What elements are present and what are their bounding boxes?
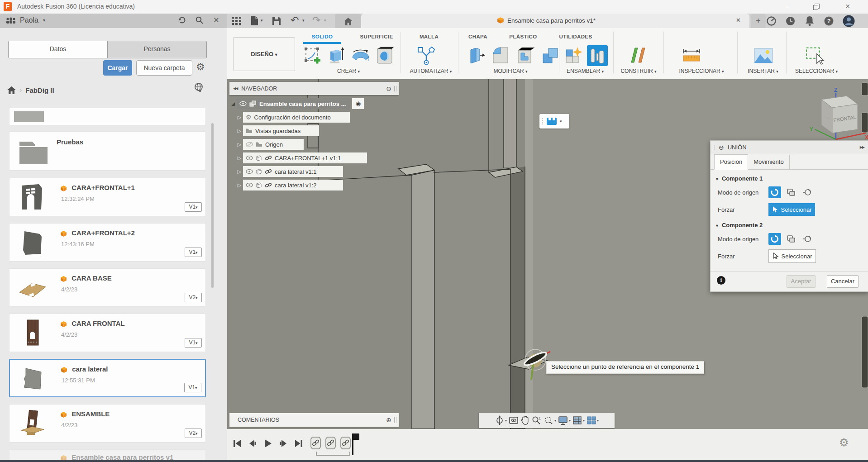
hole-button[interactable] <box>375 45 396 66</box>
select-button[interactable] <box>805 45 825 66</box>
timeline-step-back-button[interactable] <box>246 437 259 450</box>
globe-icon[interactable] <box>194 82 204 92</box>
collapse-left-icon[interactable]: ◀◀ <box>233 86 238 90</box>
timeline-go-end-button[interactable] <box>292 437 305 450</box>
chevron-down-icon[interactable]: ▾ <box>302 18 305 23</box>
timeline-joint-feature[interactable] <box>325 436 336 450</box>
select-component1-button[interactable]: Seleccionar <box>768 203 815 216</box>
upload-button[interactable]: Cargar <box>103 60 132 76</box>
revolve-button[interactable] <box>350 45 371 66</box>
add-circle-icon[interactable]: ⊕ <box>386 416 391 424</box>
ribbon-tab-utilidades[interactable]: UTILIDADES <box>559 34 592 39</box>
timeline-joint-feature[interactable] <box>340 436 351 450</box>
combine-button[interactable] <box>540 45 561 66</box>
group-label-crear[interactable]: CREAR ▾ <box>337 68 360 74</box>
document-tab[interactable]: Ensamble casa para perritos v1* ✕ <box>361 14 749 28</box>
chevron-down-icon[interactable]: ▾ <box>324 18 326 23</box>
ribbon-tab-superficie[interactable]: SUPERFICIE <box>360 34 393 39</box>
list-item[interactable]: CARA FRONTAL 4/2/23 V1▾ <box>9 314 206 352</box>
tree-row[interactable]: ▷ Vistas guardadas <box>229 124 399 138</box>
user-avatar[interactable] <box>843 15 855 27</box>
tree-row[interactable]: ▷ cara lateral v1:1 <box>229 165 399 178</box>
navigator-header[interactable]: ◀◀ NAVEGADOR ⊖ <box>229 82 399 95</box>
file-menu-icon[interactable] <box>251 16 258 25</box>
tab-movimiento[interactable]: Movimiento <box>748 155 789 169</box>
collapse-circle-icon[interactable]: ⊖ <box>386 85 391 92</box>
select-component2-button[interactable]: Seleccionar <box>768 249 816 263</box>
group-label-inspeccionar[interactable]: INSPECCIONAR ▾ <box>679 68 724 74</box>
section-componente1[interactable]: ▼Componente 1 <box>715 175 868 182</box>
help-icon[interactable]: ? <box>824 16 834 26</box>
ribbon-tab-malla[interactable]: MALLA <box>420 34 439 39</box>
shell-button[interactable] <box>515 45 536 66</box>
new-component-button[interactable] <box>563 45 584 66</box>
insert-image-button[interactable] <box>753 45 774 66</box>
version-dropdown[interactable]: V1▾ <box>184 383 201 392</box>
ribbon-tab-chapa[interactable]: CHAPA <box>468 34 487 39</box>
origin-mode-between-button[interactable] <box>801 186 814 198</box>
list-item-folder[interactable]: Pruebas <box>9 131 206 171</box>
cancel-button[interactable]: Cancelar <box>827 275 858 288</box>
app-grid-icon[interactable] <box>232 17 242 25</box>
refresh-button[interactable] <box>176 16 187 26</box>
group-label-ensamblar[interactable]: ENSAMBLAR ▾ <box>567 68 604 74</box>
viewports-tool[interactable]: ▾ <box>587 416 599 425</box>
group-label-insertar[interactable]: INSERTAR ▾ <box>748 68 778 74</box>
extensions-icon[interactable] <box>767 16 776 26</box>
chevron-down-icon[interactable]: ▾ <box>261 18 263 23</box>
collapse-circle-icon[interactable]: ⊖ <box>719 144 724 151</box>
version-dropdown[interactable]: V1▾ <box>185 338 202 348</box>
list-item[interactable]: CARA+FRONTAL+1 12:32:24 PM V1▾ <box>9 178 206 216</box>
list-item-selected[interactable]: cara lateral 12:55:31 PM V1▾ <box>9 359 206 397</box>
version-dropdown[interactable]: V2▾ <box>185 429 202 438</box>
zoom-tool[interactable]: ± <box>531 415 541 425</box>
group-label-construir[interactable]: CONSTRUIR ▾ <box>620 68 656 74</box>
comments-panel[interactable]: COMENTARIOS ⊕ <box>229 413 399 427</box>
origin-mode-between-button[interactable] <box>801 233 814 245</box>
notifications-bell-icon[interactable] <box>805 16 815 26</box>
gear-icon[interactable]: ⚙ <box>196 61 205 73</box>
version-dropdown[interactable]: V1▾ <box>185 202 202 212</box>
ribbon-tab-solido[interactable]: SOLIDO <box>312 34 333 39</box>
origin-mode-set-button[interactable] <box>785 233 797 245</box>
pan-tool[interactable] <box>520 415 529 425</box>
panel-grip[interactable] <box>394 86 396 91</box>
accept-button-disabled[interactable]: Aceptar <box>787 275 816 288</box>
info-icon[interactable]: i <box>717 276 725 285</box>
display-settings-tool[interactable]: ▾ <box>558 416 571 425</box>
tree-row[interactable]: ▷ Origen <box>229 138 399 151</box>
tree-row[interactable]: ▷ ⚙ Configuración del documento <box>229 110 399 124</box>
tab-posicion[interactable]: Posición <box>714 154 748 170</box>
activate-component-radio[interactable]: ◉ <box>352 98 364 109</box>
dialog-grip[interactable] <box>713 145 715 150</box>
tab-personas[interactable]: Personas <box>108 41 206 58</box>
new-tab-button[interactable]: + <box>751 14 766 28</box>
group-label-automatizar[interactable]: AUTOMATIZAR ▾ <box>410 68 452 74</box>
close-tab-button[interactable]: ✕ <box>736 17 741 24</box>
grid-snap-tool[interactable]: ▾ <box>572 416 585 425</box>
construct-plane-button[interactable] <box>628 45 649 66</box>
gear-icon[interactable]: ⚙ <box>839 436 849 449</box>
close-window-button[interactable]: ✕ <box>837 0 858 13</box>
undo-icon[interactable]: ↶ <box>291 14 299 26</box>
search-button[interactable] <box>194 16 205 26</box>
save-icon[interactable] <box>272 17 281 25</box>
tree-row[interactable]: ▷ CARA+FRONTAL+1 v1:1 <box>229 151 399 165</box>
create-sketch-button[interactable] <box>302 45 323 66</box>
extrude-button[interactable] <box>326 45 347 66</box>
drag-handle[interactable] <box>541 118 544 124</box>
job-status-clock-icon[interactable] <box>786 16 795 26</box>
tree-row-root[interactable]: ◢ Ensamble casa para perritos ... ◉ <box>229 97 399 110</box>
home-view-button[interactable] <box>335 14 361 28</box>
list-item-partial-top[interactable] <box>9 108 206 125</box>
dialog-header[interactable]: ⊖ UNIÓN ▶▶ <box>711 141 868 154</box>
origin-mode-simple-button[interactable] <box>768 233 781 245</box>
close-panel-button[interactable]: ✕ <box>211 16 222 26</box>
list-item[interactable]: CARA+FRONTAL+2 12:43:16 PM V1▾ <box>9 223 206 262</box>
fillet-button[interactable] <box>490 45 511 66</box>
ribbon-tab-plastico[interactable]: PLÁSTICO <box>509 34 537 39</box>
breadcrumb-folder[interactable]: FabDig II <box>25 86 54 94</box>
timeline-marker-flag[interactable] <box>353 433 359 440</box>
group-label-modificar[interactable]: MODIFICAR ▾ <box>493 68 527 74</box>
tree-row[interactable]: ▷ cara lateral v1:2 <box>229 178 399 192</box>
